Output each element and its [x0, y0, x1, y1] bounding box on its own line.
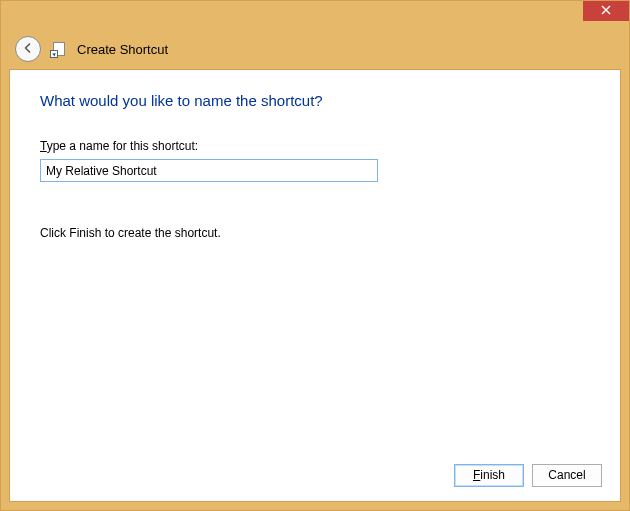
hint-text: Click Finish to create the shortcut. — [40, 226, 590, 240]
button-row: Finish Cancel — [454, 464, 602, 487]
header-row: Create Shortcut — [1, 29, 629, 69]
shortcut-icon — [51, 41, 67, 57]
back-arrow-icon — [22, 42, 34, 57]
cancel-button[interactable]: Cancel — [532, 464, 602, 487]
shortcut-name-input[interactable] — [40, 159, 378, 182]
window-title: Create Shortcut — [77, 42, 168, 57]
titlebar — [1, 1, 629, 29]
main-heading: What would you like to name the shortcut… — [40, 92, 590, 109]
finish-button[interactable]: Finish — [454, 464, 524, 487]
back-button[interactable] — [15, 36, 41, 62]
content-area: What would you like to name the shortcut… — [9, 69, 621, 502]
wizard-window: Create Shortcut What would you like to n… — [0, 0, 630, 511]
name-field-label: Type a name for this shortcut: — [40, 139, 590, 153]
close-icon — [601, 4, 611, 18]
close-button[interactable] — [583, 1, 629, 21]
